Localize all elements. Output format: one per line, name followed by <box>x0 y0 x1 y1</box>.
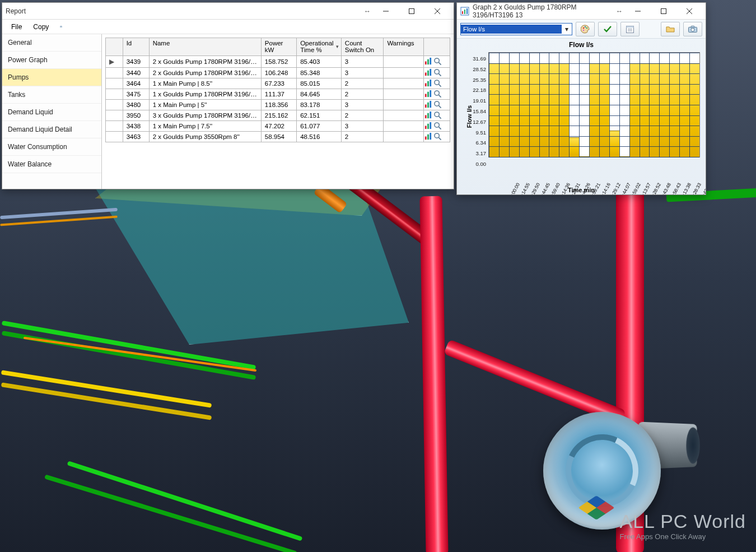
bar <box>589 63 599 157</box>
chart-icon[interactable] <box>424 68 432 78</box>
chart-icon[interactable] <box>424 100 432 110</box>
cell-name: 3 x Goulds Pump 1780RPM 3196/HT... <box>149 110 261 121</box>
zoom-icon[interactable] <box>433 79 442 89</box>
cell-name: 1 x Main Pump | 5'' <box>149 100 261 110</box>
svg-point-49 <box>583 27 584 28</box>
report-title: Report <box>6 7 362 15</box>
cell-name: 2 x Goulds Pump 3550Rpm 8'' <box>149 132 261 142</box>
apply-button[interactable] <box>598 22 617 36</box>
svg-rect-6 <box>430 57 431 64</box>
maximize-button[interactable] <box>399 3 424 20</box>
sidebar-item-power-graph[interactable]: Power Graph <box>2 52 101 69</box>
col-power[interactable]: Power kW <box>261 38 296 56</box>
bar <box>689 63 699 157</box>
zoom-icon[interactable] <box>433 57 442 67</box>
cell-actions <box>423 100 450 110</box>
zoom-icon[interactable] <box>433 111 442 120</box>
col-count[interactable]: Count Switch On <box>341 38 384 56</box>
zoom-icon[interactable] <box>433 132 442 142</box>
sidebar-item-general[interactable]: General <box>2 34 101 52</box>
graph-window: Graph 2 x Goulds Pump 1780RPM 3196/HT319… <box>456 2 706 195</box>
sidebar-item-water-balance[interactable]: Water Balance <box>2 156 101 173</box>
table-row[interactable]: 39503 x Goulds Pump 1780RPM 3196/HT...21… <box>106 110 450 121</box>
graph-titlebar[interactable]: Graph 2 x Goulds Pump 1780RPM 3196/HT319… <box>457 3 706 20</box>
svg-rect-10 <box>427 70 429 75</box>
report-titlebar[interactable]: Report ↔ <box>2 3 454 20</box>
table-row[interactable]: 34632 x Goulds Pump 3550Rpm 8''58.95448.… <box>106 132 450 142</box>
table-row[interactable]: ▶34392 x Goulds Pump 1780RPM 3196/HT...1… <box>106 56 450 68</box>
table-row[interactable]: 34801 x Main Pump | 5''118.35683.1783 <box>106 100 450 110</box>
col-actions <box>423 38 450 56</box>
chart-icon[interactable] <box>424 79 432 89</box>
close-button[interactable] <box>676 3 702 20</box>
table-row[interactable]: 34751 x Goulds Pump 1780RPM 3196/HT...11… <box>106 89 450 100</box>
cell-optime: 84.645 <box>297 89 342 100</box>
zoom-icon[interactable] <box>433 100 442 110</box>
snapshot-icon[interactable] <box>55 22 67 31</box>
calendar-button[interactable] <box>620 22 640 36</box>
svg-line-13 <box>438 73 441 76</box>
cell-actions <box>423 132 450 142</box>
sidebar-item-pumps[interactable]: Pumps <box>2 69 101 86</box>
svg-rect-41 <box>430 132 431 139</box>
menu-file[interactable]: File <box>7 22 26 32</box>
table-row[interactable]: 34402 x Goulds Pump 1780RPM 3196/HT...10… <box>106 68 450 78</box>
chart-icon[interactable] <box>424 57 432 67</box>
palette-button[interactable] <box>576 22 595 36</box>
col-indicator[interactable] <box>106 38 123 56</box>
svg-rect-16 <box>430 79 431 86</box>
col-optime[interactable]: Operational Time %▾ <box>297 38 342 56</box>
cell-id: 3475 <box>123 89 149 100</box>
chart-plot[interactable] <box>488 52 700 157</box>
svg-rect-35 <box>427 123 429 128</box>
cell-count: 3 <box>341 121 384 132</box>
cell-count: 2 <box>341 110 384 121</box>
svg-rect-47 <box>466 8 468 14</box>
zoom-icon[interactable] <box>433 122 442 131</box>
menu-copy[interactable]: Copy <box>29 22 53 32</box>
drag-indicator-icon: ↔ <box>362 7 373 15</box>
series-select[interactable]: Flow l/s ▾ <box>460 23 572 35</box>
chart-icon[interactable] <box>424 132 432 142</box>
cell-warnings <box>384 89 424 100</box>
minimize-button[interactable] <box>373 3 399 20</box>
zoom-icon[interactable] <box>433 90 442 99</box>
close-button[interactable] <box>424 3 450 20</box>
svg-rect-29 <box>425 115 427 118</box>
cell-count: 2 <box>341 132 384 142</box>
y-tick: 9.51 <box>476 129 487 135</box>
col-id[interactable]: Id <box>123 38 149 56</box>
svg-point-51 <box>586 27 587 28</box>
table-row[interactable]: 34641 x Main Pump | 8.5''67.23385.0152 <box>106 78 450 89</box>
table-row[interactable]: 34381 x Main Pump | 7.5''47.20261.0773 <box>106 121 450 132</box>
cell-warnings <box>384 110 424 121</box>
graph-title: Graph 2 x Goulds Pump 1780RPM 3196/HT319… <box>473 3 614 19</box>
cell-count: 3 <box>341 100 384 110</box>
report-window: Report ↔ File Copy GeneralPower GraphPum… <box>2 2 454 189</box>
chart-icon[interactable] <box>424 111 432 120</box>
zoom-icon[interactable] <box>433 68 442 78</box>
y-tick: 22.18 <box>473 87 486 93</box>
open-folder-button[interactable] <box>661 22 680 36</box>
row-indicator <box>106 68 123 78</box>
sidebar-item-tanks[interactable]: Tanks <box>2 86 101 104</box>
cell-warnings <box>384 78 424 89</box>
cell-actions <box>423 68 450 78</box>
sidebar-item-demand-liquid-detail[interactable]: Demand Liquid Detail <box>2 121 101 138</box>
minimize-button[interactable] <box>625 3 651 20</box>
col-warnings[interactable]: Warnings <box>384 38 424 56</box>
chart-icon[interactable] <box>424 90 432 99</box>
sidebar-item-demand-liquid[interactable]: Demand Liquid <box>2 104 101 121</box>
cell-optime: 61.077 <box>297 121 342 132</box>
chart-area: Flow l/s Flow l/s Time min 0.003.176.349… <box>457 39 706 194</box>
svg-rect-4 <box>425 61 427 64</box>
sidebar-item-water-consumption[interactable]: Water Consumption <box>2 138 101 156</box>
maximize-button[interactable] <box>651 3 676 20</box>
bar <box>640 63 650 157</box>
col-name[interactable]: Name <box>149 38 261 56</box>
pumps-table[interactable]: Id Name Power kW Operational Time %▾ Cou… <box>105 38 450 142</box>
snapshot-button[interactable] <box>683 22 702 36</box>
cell-actions <box>423 121 450 132</box>
chart-icon[interactable] <box>424 122 432 131</box>
y-tick: 0.00 <box>476 161 487 167</box>
